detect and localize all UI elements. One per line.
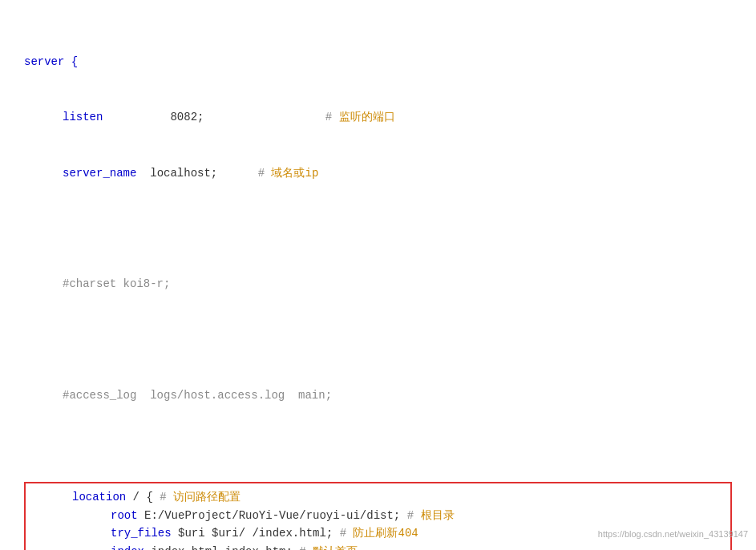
nginx-config: server { listen 8082; # 监听的端口 server_nam… bbox=[24, 16, 732, 479]
loc1-root-value: E:/VueProject/RuoYi-Vue/ruoyi-ui/dist; bbox=[144, 509, 400, 522]
loc1-root-keyword: root bbox=[111, 509, 138, 522]
server-name-line: server_name localhost; # 域名或ip bbox=[24, 164, 732, 183]
loc1-hash: # bbox=[160, 491, 166, 503]
loc1-index-value: index.html index.htm; bbox=[151, 545, 292, 550]
loc1-index-line: index index.html index.htm; # 默认首页 bbox=[34, 543, 722, 550]
loc1-index-keyword: index bbox=[111, 545, 144, 550]
loc1-index-comment: 默认首页 bbox=[313, 545, 358, 550]
charset-comment: #charset koi8-r; bbox=[63, 277, 170, 290]
loc1-root-line: root E:/VueProject/RuoYi-Vue/ruoyi-ui/di… bbox=[34, 507, 722, 524]
watermark: https://blog.csdn.net/weixin_43139147 bbox=[598, 528, 748, 542]
listen-value: 8082; bbox=[170, 111, 204, 123]
access-log-line: #access_log logs/host.access.log main; bbox=[24, 386, 732, 405]
server-name-value: localhost; bbox=[150, 167, 217, 180]
loc1-try-hash: # bbox=[340, 527, 346, 540]
loc1-root-comment: 根目录 bbox=[421, 509, 455, 522]
loc1-index-hash: # bbox=[299, 545, 305, 550]
access-log-comment: #access_log logs/host.access.log main; bbox=[63, 389, 332, 402]
loc1-comment: 访问路径配置 bbox=[173, 491, 241, 503]
listen-line: listen 8082; # 监听的端口 bbox=[24, 108, 732, 127]
listen-keyword: listen bbox=[63, 111, 103, 123]
charset-line: #charset koi8-r; bbox=[24, 275, 732, 293]
blank-line-1 bbox=[24, 220, 732, 238]
server-name-comment: 域名或ip bbox=[271, 167, 318, 180]
loc1-keyword: location bbox=[72, 491, 126, 503]
listen-comment: 监听的端口 bbox=[339, 111, 395, 123]
listen-hash: # bbox=[325, 111, 332, 123]
loc1-try-comment: 防止刷新404 bbox=[353, 527, 418, 540]
loc1-root-hash: # bbox=[407, 509, 414, 522]
loc1-try-value: $uri $uri/ /index.html; bbox=[178, 527, 333, 540]
loc1-try-keyword: try_files bbox=[111, 527, 172, 540]
blank-line-3 bbox=[24, 442, 732, 460]
server-name-keyword: server_name bbox=[63, 167, 136, 180]
loc1-open-line: location / { # 访问路径配置 bbox=[34, 488, 722, 506]
blank-line-2 bbox=[24, 331, 732, 350]
server-keyword: server { bbox=[24, 55, 78, 68]
server-open-line: server { bbox=[24, 53, 732, 71]
server-name-hash: # bbox=[258, 167, 265, 180]
